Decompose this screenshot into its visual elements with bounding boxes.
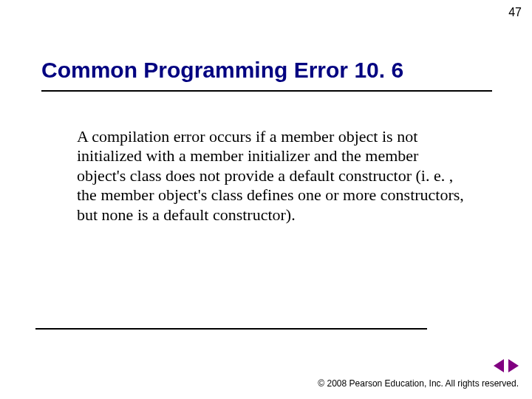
next-arrow-icon[interactable]	[508, 359, 519, 372]
prev-arrow-icon[interactable]	[494, 359, 504, 372]
page-number: 47	[508, 6, 522, 19]
nav-arrows	[494, 359, 519, 372]
slide-title: Common Programming Error 10. 6	[41, 58, 403, 83]
bottom-rule	[35, 328, 427, 330]
copyright-text: © 2008 Pearson Education, Inc. All right…	[318, 378, 519, 389]
title-underline	[41, 90, 492, 92]
body-paragraph: A compilation error occurs if a member o…	[77, 127, 468, 225]
